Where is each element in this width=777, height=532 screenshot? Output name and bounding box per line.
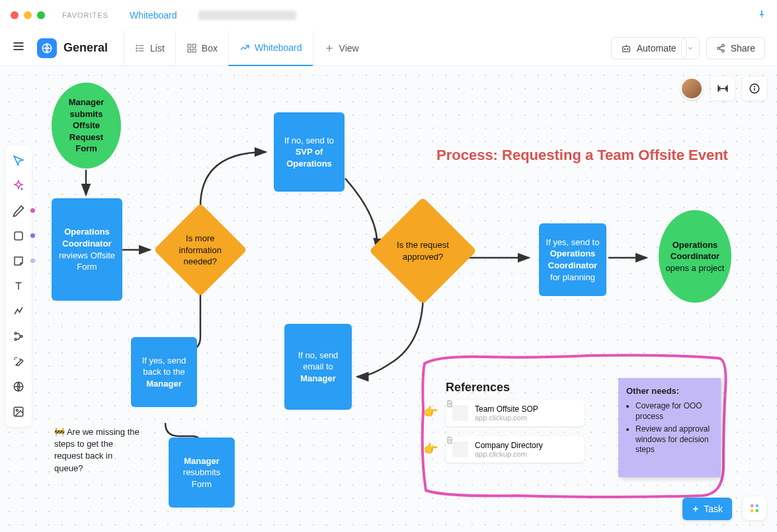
svg-point-30 (20, 336, 22, 338)
pin-icon[interactable] (757, 9, 766, 21)
tool-palette (5, 145, 32, 427)
svg-point-53 (756, 510, 759, 513)
node-send-back-bold: Manager (146, 379, 181, 389)
tool-shape[interactable] (9, 225, 28, 247)
node-planning-rest: for planning (550, 272, 595, 282)
svg-point-28 (15, 332, 17, 334)
tool-stamp[interactable] (9, 350, 28, 373)
menu-icon[interactable] (12, 40, 25, 56)
svg-point-7 (136, 45, 137, 46)
automate-chevron[interactable] (681, 37, 700, 59)
svg-line-23 (719, 46, 722, 47)
maximize-dot[interactable] (37, 11, 45, 19)
new-task-button[interactable]: Task (682, 498, 732, 520)
sticky-note-other-needs[interactable]: Other needs: Coverage for OOO process Re… (618, 378, 721, 477)
share-button[interactable]: Share (706, 37, 765, 59)
space-icon[interactable] (37, 38, 57, 58)
svg-point-17 (624, 48, 625, 49)
tab-add-view[interactable]: View (313, 30, 370, 66)
automate-button[interactable]: Automate (611, 37, 686, 59)
svg-point-52 (751, 510, 754, 513)
node-email-no-pre: If no, send email to (298, 350, 339, 372)
svg-rect-25 (15, 232, 22, 240)
automate-label: Automate (637, 43, 676, 54)
svg-point-33 (16, 409, 18, 411)
window-controls (11, 11, 45, 19)
minimize-dot[interactable] (24, 11, 32, 19)
node-email-no[interactable]: If no, send email to Manager (284, 324, 352, 410)
node-start-label: Manager submits Offsite Request Form (58, 96, 114, 155)
node-end-bold: Operations Coordinator (671, 240, 719, 262)
tab-whiteboard-label: Whiteboard (255, 42, 302, 53)
process-title[interactable]: Process: Requesting a Team Offsite Event (436, 147, 728, 164)
tab-add-label: View (339, 43, 359, 54)
svg-point-20 (721, 44, 724, 47)
tool-select[interactable] (9, 149, 28, 172)
tab-whiteboard[interactable]: Whiteboard (228, 30, 313, 66)
ref-sop-title: Team Offsite SOP (475, 404, 538, 414)
svg-point-51 (756, 504, 759, 508)
tab-box[interactable]: Box (175, 30, 228, 66)
svg-rect-13 (192, 49, 196, 52)
fit-width-button[interactable] (711, 77, 735, 100)
close-dot[interactable] (11, 11, 19, 19)
svg-point-9 (136, 50, 137, 51)
breadcrumb-whiteboard[interactable]: Whiteboard (130, 10, 177, 20)
node-svp[interactable]: If no, send to SVP of Operations (274, 112, 345, 192)
app-switcher-button[interactable] (743, 496, 766, 520)
reference-card-sop[interactable]: Team Offsite SOP app.clickup.com (446, 400, 585, 426)
doc-icon (452, 441, 468, 457)
tool-connector[interactable] (9, 300, 28, 323)
tab-box-label: Box (202, 43, 218, 54)
tab-list-label: List (150, 43, 165, 54)
svg-point-39 (755, 87, 755, 87)
node-decision-approved-label: Is the request approved? (391, 239, 454, 262)
svg-rect-16 (622, 46, 630, 52)
node-review[interactable]: Operations Coordinator reviews Offsite F… (52, 198, 122, 301)
tab-list[interactable]: List (124, 30, 175, 66)
svg-rect-10 (188, 44, 191, 48)
svg-point-22 (721, 50, 724, 52)
tool-image[interactable] (9, 400, 28, 423)
node-svp-bold: SVP of Operations (286, 147, 332, 169)
tool-text[interactable] (9, 275, 28, 297)
task-button-label: Task (704, 504, 723, 514)
svg-point-8 (136, 48, 137, 48)
space-name[interactable]: General (63, 41, 108, 55)
whiteboard-canvas[interactable]: Process: Requesting a Team Offsite Event… (0, 66, 777, 532)
info-button[interactable] (743, 77, 766, 100)
node-svp-pre: If no, send to (284, 135, 334, 145)
references-title: References (446, 381, 510, 395)
favorites-label: FAVORITES (62, 11, 108, 19)
node-start[interactable]: Manager submits Offsite Request Form (52, 83, 121, 169)
svg-point-50 (751, 504, 754, 508)
svg-point-21 (717, 47, 719, 50)
tool-relation[interactable] (9, 325, 28, 348)
pointer-hand-icon: 👉 (423, 404, 438, 419)
tool-pen[interactable] (9, 200, 28, 222)
user-avatar[interactable] (680, 77, 703, 100)
node-resubmit[interactable]: Manager resubmits Form (169, 437, 235, 508)
node-end[interactable]: Operations Coordinator opens a project (659, 210, 731, 303)
share-label: Share (731, 43, 755, 54)
tool-ai[interactable] (9, 174, 28, 197)
node-planning[interactable]: If yes, send to Operations Coordinator f… (539, 223, 606, 296)
node-review-rest: reviews Offsite Form (59, 250, 115, 272)
references-group[interactable]: References 👉 Team Offsite SOP app.clicku… (418, 350, 729, 502)
reference-card-directory[interactable]: Company Directory app.clickup.com (446, 436, 585, 463)
sticky-item: Review and approval windows for decision… (635, 424, 713, 455)
node-send-back[interactable]: If yes, send back to the Manager (131, 337, 197, 407)
svg-rect-12 (188, 49, 191, 52)
shape-color-indicator (30, 233, 35, 238)
doc-icon (452, 405, 468, 421)
node-resubmit-rest: resubmits Form (183, 467, 220, 489)
svg-line-24 (719, 48, 722, 50)
window-bar: FAVORITES Whiteboard (0, 0, 777, 30)
pen-color-indicator (30, 208, 35, 213)
svg-point-29 (15, 338, 17, 340)
tool-web[interactable] (9, 375, 28, 398)
node-planning-bold: Operations Coordinator (548, 248, 597, 270)
comment-missing-steps[interactable]: 🚧 Are we missing the steps to get the re… (54, 426, 140, 475)
sticky-item: Coverage for OOO process (635, 401, 713, 422)
tool-sticky[interactable] (9, 250, 28, 272)
